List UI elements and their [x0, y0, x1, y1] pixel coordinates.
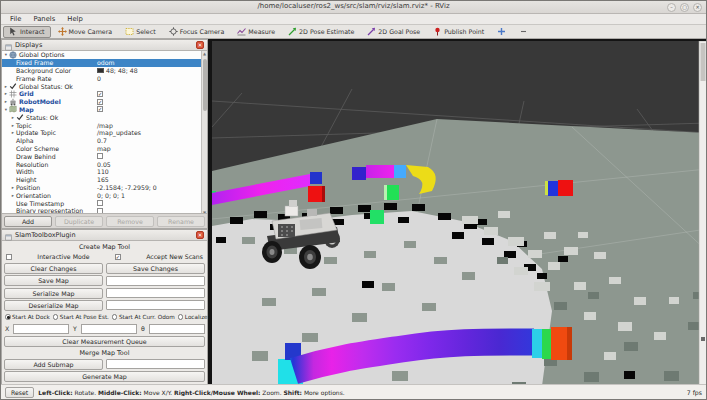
status-key: Left-Click:: [38, 389, 72, 396]
grid-icon: [9, 90, 17, 98]
pose-fields-row: XYθ: [4, 323, 205, 335]
checkbox[interactable]: ✓: [97, 99, 103, 105]
add-submap-filename-input[interactable]: [106, 359, 205, 369]
deserialize-map-filename-input[interactable]: [106, 300, 205, 310]
display-row-draw-behind[interactable]: Draw Behind: [2, 152, 202, 160]
clear-measurement-queue-button[interactable]: Clear Measurement Queue: [4, 336, 205, 347]
tool-publish-point[interactable]: Publish Point: [427, 26, 490, 38]
checkbox[interactable]: [97, 200, 103, 206]
save-changes-button[interactable]: Save Changes: [106, 263, 205, 274]
display-row-global-options[interactable]: ▾Global Options: [2, 51, 202, 59]
window-controls: – ▢ ✕: [667, 3, 702, 12]
row-left: ▸Position: [2, 184, 40, 192]
render-viewport-frame: [208, 39, 707, 386]
display-row-alpha[interactable]: Alpha0.7: [2, 137, 202, 145]
accept-new-scans-checkbox[interactable]: ✓: [115, 254, 121, 260]
row-label: Orientation: [16, 192, 51, 199]
start-option-start-at-curr-odom[interactable]: Start At Curr. Odom: [112, 314, 175, 320]
tool-label: Select: [136, 28, 155, 35]
display-row-height[interactable]: Height165: [2, 176, 202, 184]
display-row-status-ok[interactable]: ▸Status: Ok: [2, 113, 202, 121]
scroll-up-icon[interactable]: ▲: [202, 51, 207, 56]
menu-panels[interactable]: Panels: [28, 15, 60, 23]
row-value: ✓: [97, 98, 103, 106]
display-row-update-topic[interactable]: ▸Update Topic/map_updates: [2, 129, 202, 137]
tool-measure[interactable]: Measure: [231, 26, 281, 38]
create-map-tool-title: Create Map Tool: [4, 242, 205, 251]
add-tool-button[interactable]: [491, 26, 512, 38]
save-map-button[interactable]: Save Map: [4, 275, 103, 286]
row-left: Color Scheme: [2, 145, 59, 153]
displays-scrollbar[interactable]: ▲ ▼: [201, 51, 207, 215]
robot-mast: [285, 206, 298, 216]
value-text: 0.7: [97, 137, 107, 144]
status-text: Rotate.: [73, 389, 98, 396]
display-row-use-timestamp[interactable]: Use Timestamp: [2, 199, 202, 207]
add-submap-button[interactable]: Add Submap: [4, 359, 103, 370]
displays-panel-header[interactable]: Displays ✕: [2, 40, 207, 51]
color-swatch: [97, 68, 104, 73]
clear-changes-button[interactable]: Clear Changes: [4, 263, 103, 274]
viewport-scrollbar[interactable]: [699, 41, 707, 386]
display-row-position[interactable]: ▸Position-2.1584; -7.2959; 0: [2, 184, 202, 192]
display-row-color-scheme[interactable]: Color Schememap: [2, 145, 202, 153]
display-row-resolution[interactable]: Resolution0.05: [2, 160, 202, 168]
serialize-map-filename-input[interactable]: [106, 288, 205, 298]
pose-input-x[interactable]: [13, 324, 69, 334]
slam-panel-title: SlamToolboxPlugin: [15, 231, 193, 239]
rviz-3d-viewport[interactable]: [212, 41, 707, 386]
row-label: Position: [16, 184, 40, 191]
start-option-start-at-pose-est[interactable]: Start At Pose Est.: [53, 314, 109, 320]
row-value: -2.1584; -7.2959; 0: [97, 184, 157, 192]
deserialize-map-button[interactable]: Deserialize Map: [4, 300, 103, 311]
checkbox[interactable]: ✓: [97, 106, 103, 112]
tool-2d-pose-estimate[interactable]: 2D Pose Estimate: [282, 26, 360, 38]
minimize-button[interactable]: –: [667, 3, 676, 12]
titlebar: /home/localuser/ros2_ws/src/slam/rviz/sl…: [1, 1, 706, 14]
toolbar-collapse-button[interactable]: [513, 26, 534, 38]
row-label: Frame Rate: [16, 75, 51, 82]
tool-select[interactable]: Select: [119, 26, 161, 38]
tool-focus-camera[interactable]: Focus Camera: [163, 26, 231, 38]
display-row-topic[interactable]: ▸Topic/map: [2, 121, 202, 129]
tool-label: 2D Pose Estimate: [299, 28, 354, 35]
displays-close-icon[interactable]: ✕: [196, 41, 204, 49]
row-label: Draw Behind: [16, 153, 56, 160]
display-row-background-color[interactable]: Background Color48; 48; 48: [2, 67, 202, 75]
scroll-thumb[interactable]: [203, 59, 207, 111]
maximize-button[interactable]: ▢: [680, 3, 689, 12]
pose-input-[interactable]: [149, 324, 205, 334]
checkbox[interactable]: [97, 153, 103, 159]
checkbox[interactable]: ✓: [97, 91, 103, 97]
display-row-grid[interactable]: ▸Grid✓: [2, 90, 202, 98]
start-option-localize[interactable]: Localize: [178, 314, 208, 320]
reset-button[interactable]: Reset: [5, 387, 34, 398]
close-button[interactable]: ✕: [693, 3, 702, 12]
display-row-orientation[interactable]: ▸Orientation0; 0; 0; 1: [2, 191, 202, 199]
save-map-filename-input[interactable]: [106, 276, 205, 286]
trail-cyan-end: [532, 329, 542, 358]
display-row-frame-rate[interactable]: Frame Rate0: [2, 74, 202, 82]
interactive-mode-label: Interactive Mode: [37, 253, 89, 260]
slam-panel-header[interactable]: SlamToolboxPlugin ✕: [2, 230, 207, 241]
pose-input-y[interactable]: [81, 324, 137, 334]
menu-file[interactable]: File: [5, 15, 26, 23]
slam-close-icon[interactable]: ✕: [196, 231, 204, 239]
start-option-start-at-dock[interactable]: Start At Dock: [5, 314, 50, 320]
generate-map-button[interactable]: Generate Map: [4, 371, 205, 382]
marker-cube-blue: [310, 172, 322, 184]
display-row-map[interactable]: ▾Map✓: [2, 106, 202, 114]
display-row-global-status-ok[interactable]: ▸Global Status: Ok: [2, 82, 202, 90]
marker-strip-blue: [352, 167, 366, 180]
display-row-width[interactable]: Width110: [2, 168, 202, 176]
display-row-robotmodel[interactable]: ▸RobotModel✓: [2, 98, 202, 106]
serialize-map-button[interactable]: Serialize Map: [4, 288, 103, 299]
interactive-mode-checkbox[interactable]: [6, 254, 12, 260]
display-row-fixed-frame[interactable]: Fixed Frameodom: [2, 59, 202, 67]
menu-help[interactable]: Help: [62, 15, 88, 23]
tool-move-camera[interactable]: Move Camera: [52, 26, 119, 38]
row-value: ✓: [97, 106, 103, 114]
tool-2d-goal-pose[interactable]: 2D Goal Pose: [361, 26, 426, 38]
merge-map-tool-title: Merge Map Tool: [4, 349, 205, 358]
row-left: Fixed Frame: [2, 59, 53, 67]
